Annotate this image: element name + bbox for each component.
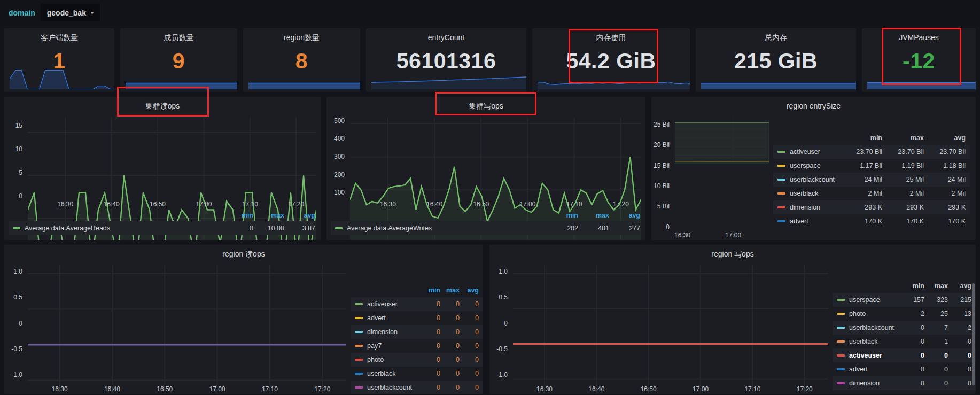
sparkline xyxy=(126,69,237,89)
legend-row[interactable]: dimension000 xyxy=(833,376,976,390)
y-tick-label: 15 Bil xyxy=(654,162,670,169)
legend-min: 202 xyxy=(547,224,578,232)
panel-title[interactable]: 客户端数量 xyxy=(4,30,114,44)
legend-max: 0 xyxy=(440,356,460,363)
legend-row[interactable]: advert170 K170 K170 K xyxy=(773,214,970,228)
y-tick-label: 25 Bil xyxy=(654,121,670,128)
legend-row[interactable]: activeuser23.70 Bil23.70 Bil23.70 Bil xyxy=(773,145,970,159)
sparkline xyxy=(371,60,526,89)
legend-max: 0 xyxy=(440,328,460,336)
time-series-plot[interactable] xyxy=(513,265,828,394)
x-tick-label: 17:10 xyxy=(242,200,258,208)
legend-row[interactable]: activeuser000 xyxy=(351,297,483,311)
panel-title[interactable]: region 读ops xyxy=(4,247,483,261)
series-swatch xyxy=(777,151,785,153)
panel-title[interactable]: 成员数量 xyxy=(120,30,237,44)
x-tick-label: 16:40 xyxy=(104,385,120,393)
legend-row[interactable]: userblackcount24 Mil25 Mil24 Mil xyxy=(773,173,970,187)
legend-row[interactable]: activeuser000 xyxy=(833,348,976,362)
panel-region-entry-size: region entrySize 05 Bil10 Bil15 Bil20 Bi… xyxy=(651,97,976,240)
legend-min: 24 Mil xyxy=(841,176,882,183)
legend-row[interactable]: photo000 xyxy=(351,353,483,367)
x-tick-label: 17:20 xyxy=(288,200,304,208)
legend-min: 170 K xyxy=(841,218,882,225)
legend-max: 401 xyxy=(578,224,609,232)
panel-title[interactable]: region 写ops xyxy=(489,247,976,261)
series-swatch xyxy=(837,299,845,301)
panel-region-read-ops: region 读ops -1.0-0.500.51.0 16:3016:4016… xyxy=(4,245,483,394)
y-tick-label: 300 xyxy=(334,153,345,160)
legend-row[interactable]: Average data.AverageWrites 202 401 277 xyxy=(331,221,640,235)
y-tick-label: 0.5 xyxy=(13,293,22,301)
legend-avg: 23.70 Bil xyxy=(924,148,966,156)
time-series-plot[interactable] xyxy=(28,265,346,394)
panel-region-write-ops: region 写ops -1.0-0.500.51.0 16:3016:4016… xyxy=(489,245,976,394)
legend-row[interactable]: Average data.AverageReads 0 10.00 3.87 xyxy=(9,221,315,235)
y-tick-label: 0.5 xyxy=(499,293,508,301)
series-swatch xyxy=(777,220,785,222)
panel-cluster-read-ops: 集群读ops 051015 16:3016:4016:5017:0017:101… xyxy=(4,97,321,240)
legend-row[interactable]: userblack2 Mil2 Mil2 Mil xyxy=(773,187,970,200)
stat-row: 客户端数量 1 成员数量 9 region数量 8 entryCount 561… xyxy=(4,28,976,92)
series-swatch xyxy=(837,368,845,370)
legend-row[interactable]: advert000 xyxy=(351,311,483,325)
panel-title[interactable]: region entrySize xyxy=(651,99,976,113)
legend-row[interactable]: userspace157323215 xyxy=(833,293,976,307)
legend-min: 0 xyxy=(901,379,924,387)
x-tick-label: 16:30 xyxy=(380,200,396,208)
variable-dropdown[interactable]: geode_bak ▾ xyxy=(41,4,100,21)
y-tick-label: 10 xyxy=(15,145,22,153)
legend-row[interactable]: photo22513 xyxy=(833,307,976,321)
y-tick-label: 1.0 xyxy=(499,268,508,275)
series-swatch xyxy=(355,386,363,389)
chart-row-bottom: region 读ops -1.0-0.500.51.0 16:3016:4016… xyxy=(4,245,976,394)
series-swatch xyxy=(777,165,785,167)
series-swatch xyxy=(837,354,845,357)
legend-max: 23.70 Bil xyxy=(882,148,924,156)
y-axis: 051015 xyxy=(4,117,25,196)
legend-row[interactable]: userspace1.17 Bil1.19 Bil1.18 Bil xyxy=(773,159,970,173)
y-axis: 05 Bil10 Bil15 Bil20 Bil25 Bil xyxy=(651,117,672,227)
legend-min: 2 xyxy=(901,310,924,317)
y-tick-label: 200 xyxy=(334,171,345,179)
panel-title[interactable]: entryCount xyxy=(366,30,526,44)
panel-title[interactable]: 总内存 xyxy=(696,30,856,44)
legend-row[interactable]: advert000 xyxy=(833,362,976,376)
top-bar: domain geode_bak ▾ xyxy=(0,0,980,25)
series-swatch xyxy=(777,206,785,208)
legend-table: minmaxavgactiveuser000advert000dimension… xyxy=(351,261,483,394)
time-series-plot[interactable] xyxy=(675,117,769,164)
y-tick-label: 5 Bil xyxy=(657,203,670,210)
legend-row[interactable]: dimension000 xyxy=(351,325,483,339)
x-tick-label: 17:10 xyxy=(566,200,582,208)
panel-total-memory: 总内存 215 GiB xyxy=(696,28,856,92)
x-axis: 16:3016:4016:5017:0017:1017:20 xyxy=(28,198,316,209)
x-tick-label: 17:00 xyxy=(519,200,535,208)
legend-scrollbar[interactable] xyxy=(972,283,975,385)
legend-row[interactable]: userblack010 xyxy=(833,335,976,348)
series-swatch xyxy=(355,317,363,319)
x-tick-label: 16:30 xyxy=(536,385,553,393)
panel-title[interactable]: 集群读ops xyxy=(4,99,321,113)
panel-title[interactable]: JVMPauses xyxy=(862,30,976,44)
series-swatch xyxy=(335,227,343,229)
legend-row[interactable]: userblackcount000 xyxy=(351,381,483,394)
legend-table: minmaxavgactiveuser23.70 Bil23.70 Bil23.… xyxy=(773,113,970,240)
legend-avg: 0 xyxy=(948,379,971,387)
panel-title[interactable]: region数量 xyxy=(243,30,360,44)
legend-row[interactable]: pay7000 xyxy=(833,390,976,394)
panel-title[interactable]: 内存使用 xyxy=(532,30,690,44)
legend-row[interactable]: userblack000 xyxy=(351,367,483,381)
legend-row[interactable]: userblackcount072 xyxy=(833,321,976,335)
legend-header: minmaxavg xyxy=(351,283,483,297)
x-tick-label: 16:40 xyxy=(104,200,120,208)
x-tick-label: 16:30 xyxy=(52,385,68,393)
x-axis: 16:3016:4016:5017:0017:1017:20 xyxy=(350,198,641,209)
y-tick-label: 20 Bil xyxy=(654,141,670,149)
legend-avg: 0 xyxy=(460,314,479,322)
legend-row[interactable]: dimension293 K293 K293 K xyxy=(773,200,970,214)
panel-title[interactable]: 集群写ops xyxy=(326,99,645,113)
legend-row[interactable]: pay7000 xyxy=(351,339,483,353)
y-tick-label: 100 xyxy=(334,189,345,196)
legend-avg: 0 xyxy=(460,342,479,350)
